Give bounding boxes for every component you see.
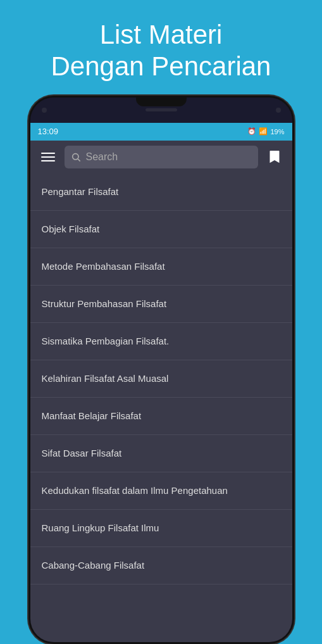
list-item-text: Sifat Dasar Filsafat: [42, 448, 122, 458]
list-item[interactable]: Metode Pembahasan Filsafat: [30, 248, 292, 286]
list-item-text: Pengantar Filsafat: [42, 186, 119, 197]
status-time: 13:09: [38, 127, 59, 136]
list-item[interactable]: Struktur Pembahasan Filsafat: [30, 286, 292, 323]
bookmark-button[interactable]: [263, 146, 286, 168]
list-item[interactable]: Ruang Lingkup Filsafat Ilmu: [30, 510, 292, 547]
list-item[interactable]: Kedudukan filsafat dalam Ilmu Pengetahua…: [30, 472, 292, 510]
hamburger-line-3: [41, 160, 55, 161]
list-item[interactable]: Manfaat Belajar Filsafat: [30, 398, 292, 435]
bookmark-icon: [268, 149, 281, 165]
hamburger-menu-button[interactable]: [37, 146, 59, 168]
list-item-text: Kedudukan filsafat dalam Ilmu Pengetahua…: [42, 485, 228, 496]
speaker: [146, 108, 177, 111]
list-item-text: Sismatika Pembagian Filsafat.: [42, 336, 170, 346]
status-bar: 13:09 ⏰ 📶 19%: [30, 123, 292, 141]
list-item-text: Kelahiran Filsafat Asal Muasal: [42, 373, 169, 384]
list-item-text: Struktur Pembahasan Filsafat: [42, 298, 167, 309]
list-item[interactable]: Sifat Dasar Filsafat: [30, 435, 292, 472]
list-item[interactable]: Kelahiran Filsafat Asal Muasal: [30, 360, 292, 398]
phone-side-button-power: [293, 174, 294, 205]
list-item[interactable]: Sismatika Pembagian Filsafat.: [30, 323, 292, 360]
list-item-text: Objek Filsafat: [42, 224, 100, 234]
battery-text: 19%: [270, 128, 284, 136]
camera-right: [276, 108, 281, 113]
search-container[interactable]: [65, 146, 258, 168]
page-header: List Materi Dengan Pencarian: [0, 0, 322, 96]
alarm-icon: ⏰: [247, 127, 256, 136]
status-icons: ⏰ 📶 19%: [247, 127, 284, 136]
list-item[interactable]: Cabang-Cabang Filsafat: [30, 547, 292, 584]
list-item-text: Metode Pembahasan Filsafat: [42, 261, 165, 272]
svg-line-1: [78, 159, 80, 161]
svg-point-0: [72, 153, 78, 159]
search-input[interactable]: [86, 151, 252, 163]
phone-frame: 13:09 ⏰ 📶 19% Pengantar FilsafatObj: [28, 96, 294, 644]
phone-notch: [136, 98, 187, 106]
list-item-text: Manfaat Belajar Filsafat: [42, 410, 142, 421]
list-content: Pengantar FilsafatObjek FilsafatMetode P…: [30, 174, 292, 642]
app-toolbar: [30, 141, 292, 174]
list-item[interactable]: Objek Filsafat: [30, 211, 292, 248]
search-icon: [71, 152, 81, 162]
list-item[interactable]: Pengantar Filsafat: [30, 174, 292, 211]
page-title: List Materi Dengan Pencarian: [13, 19, 309, 83]
camera-left: [42, 108, 47, 113]
list-item-text: Ruang Lingkup Filsafat Ilmu: [42, 522, 159, 533]
list-item-text: Cabang-Cabang Filsafat: [42, 560, 145, 571]
hamburger-line-1: [41, 153, 55, 154]
signal-icon: 📶: [259, 127, 268, 136]
phone-side-button-volume: [293, 215, 294, 246]
hamburger-line-2: [41, 156, 55, 158]
